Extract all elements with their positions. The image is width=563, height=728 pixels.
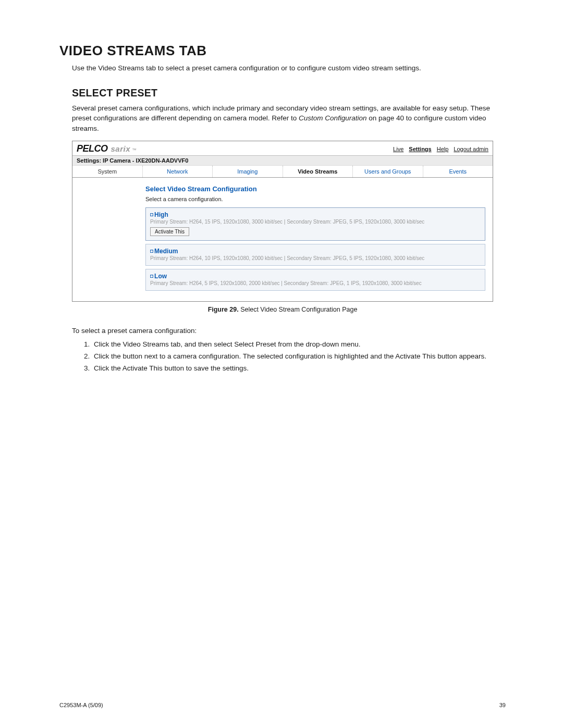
- settings-link[interactable]: Settings: [409, 146, 431, 152]
- footer-page-number: 39: [499, 702, 506, 708]
- config-area: Select Video Stream Configuration Select…: [72, 178, 493, 301]
- step-1: Click the Video Streams tab, and then se…: [92, 339, 506, 351]
- trademark-symbol: ™: [132, 147, 137, 153]
- screenshot-frame: PELCO sarix ™ Live Settings Help Logout …: [72, 141, 493, 302]
- tab-system[interactable]: System: [72, 166, 143, 177]
- tab-users-groups[interactable]: Users and Groups: [353, 166, 423, 177]
- pelco-logo: PELCO: [77, 143, 108, 154]
- tab-imaging[interactable]: Imaging: [213, 166, 283, 177]
- activate-this-button[interactable]: Activate This: [150, 227, 189, 236]
- live-link[interactable]: Live: [393, 146, 403, 152]
- preset-low-label: Low: [154, 273, 167, 280]
- steps-intro: To select a preset camera configuration:: [72, 327, 506, 335]
- preset-high-desc: Primary Stream: H264, 15 IPS, 1920x1080,…: [150, 219, 481, 225]
- figure-caption-text: Select Video Stream Configuration Page: [240, 306, 357, 313]
- step-2: Click the button next to a camera config…: [92, 351, 506, 363]
- settings-breadcrumb: Settings: IP Camera - IXE20DN-AADVVF0: [72, 156, 493, 166]
- page-footer: C2953M-A (5/09) 39: [59, 702, 506, 708]
- tab-bar: System Network Imaging Video Streams Use…: [72, 166, 493, 178]
- cross-reference: Custom Configuration: [299, 114, 367, 122]
- logout-link[interactable]: Logout admin: [454, 146, 488, 152]
- section-title: SELECT PRESET: [72, 87, 506, 99]
- preset-medium-desc: Primary Stream: H264, 10 IPS, 1920x1080,…: [150, 255, 481, 261]
- intro-paragraph: Use the Video Streams tab to select a pr…: [72, 63, 506, 73]
- page-title: VIDEO STREAMS TAB: [59, 43, 506, 59]
- radio-icon: ◘: [150, 248, 153, 254]
- figure-caption: Figure 29. Select Video Stream Configura…: [72, 306, 493, 313]
- config-subtitle: Select a camera configuration.: [145, 196, 485, 202]
- preset-low[interactable]: ◘Low Primary Stream: H264, 5 IPS, 1920x1…: [145, 269, 485, 291]
- section-body: Several preset camera configurations, wh…: [72, 103, 506, 134]
- preset-high[interactable]: ◘High Primary Stream: H264, 15 IPS, 1920…: [145, 207, 485, 241]
- top-nav-links: Live Settings Help Logout admin: [393, 146, 488, 152]
- preset-low-name: ◘Low: [150, 273, 481, 280]
- tab-network[interactable]: Network: [143, 166, 213, 177]
- tab-events[interactable]: Events: [423, 166, 493, 177]
- preset-medium-name: ◘Medium: [150, 248, 481, 255]
- steps-list: Click the Video Streams tab, and then se…: [82, 339, 506, 375]
- preset-high-name: ◘High: [150, 211, 481, 218]
- preset-medium-label: Medium: [154, 248, 178, 255]
- preset-medium[interactable]: ◘Medium Primary Stream: H264, 10 IPS, 19…: [145, 244, 485, 266]
- step-3: Click the Activate This button to save t…: [92, 363, 506, 375]
- screenshot-header: PELCO sarix ™ Live Settings Help Logout …: [72, 141, 493, 156]
- document-page: VIDEO STREAMS TAB Use the Video Streams …: [0, 0, 563, 728]
- radio-icon: ◘: [150, 212, 153, 217]
- preset-low-desc: Primary Stream: H264, 5 IPS, 1920x1080, …: [150, 280, 481, 286]
- tab-video-streams[interactable]: Video Streams: [283, 166, 353, 177]
- radio-icon: ◘: [150, 273, 153, 279]
- config-title: Select Video Stream Configuration: [145, 185, 485, 193]
- brand-logo: PELCO sarix ™: [77, 143, 137, 154]
- figure-label: Figure 29.: [208, 306, 239, 313]
- footer-doc-id: C2953M-A (5/09): [59, 702, 103, 708]
- help-link[interactable]: Help: [437, 146, 449, 152]
- sarix-logo: sarix: [111, 144, 131, 153]
- preset-high-label: High: [154, 211, 168, 218]
